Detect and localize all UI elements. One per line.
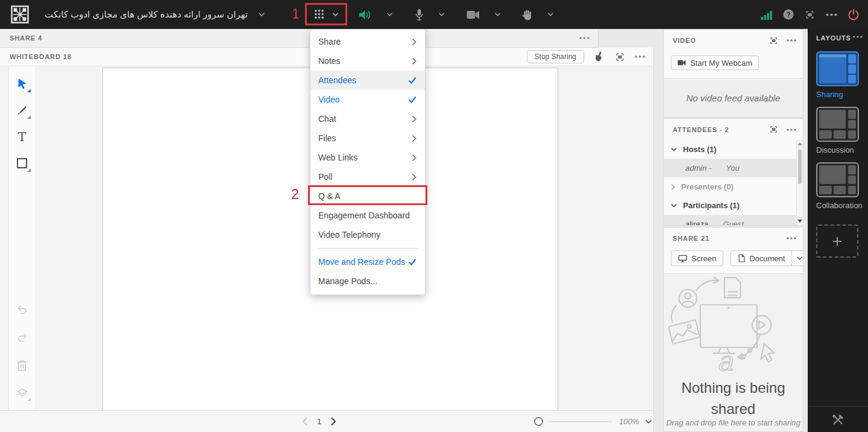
add-layout-button[interactable] [816, 224, 858, 258]
help-icon[interactable]: ? [783, 9, 794, 20]
menu-item-engagement-dashboard[interactable]: Engagement Dashboard [310, 206, 425, 225]
topbar-right-controls: ? [761, 0, 860, 29]
document-dropdown-chevron-icon[interactable] [791, 251, 804, 265]
microphone-icon[interactable] [415, 8, 424, 21]
microphone-chevron-icon[interactable] [438, 12, 445, 17]
raise-hand-chevron-icon[interactable] [547, 12, 554, 17]
manage-layouts-tools-icon[interactable] [831, 413, 844, 427]
speaker-icon[interactable] [358, 8, 372, 21]
room-menu-chevron-icon[interactable] [258, 12, 265, 17]
fullscreen-icon[interactable] [804, 9, 816, 21]
zoom-control: 100% [534, 411, 652, 432]
shape-tool-button[interactable] [14, 156, 30, 171]
menu-item-video[interactable]: Video [310, 90, 425, 109]
attendees-group-participants[interactable]: Participants (1) [664, 196, 803, 215]
screen-icon [678, 255, 687, 262]
pods-menu-button[interactable] [305, 3, 347, 25]
share21-options-icon[interactable] [787, 237, 796, 240]
end-meeting-power-icon[interactable] [848, 8, 860, 21]
zoom-chevron-icon[interactable] [645, 419, 652, 424]
share21-drop-area[interactable]: a Nothing is being shared Drag and drop … [664, 273, 803, 431]
scrollbar-thumb[interactable] [798, 149, 802, 184]
attendee-row-alireza[interactable]: alireza Guest [664, 215, 803, 226]
drag-drop-hint: Drag and drop file here to start sharing [664, 418, 803, 427]
pointer-tool-icon[interactable] [593, 51, 605, 63]
redo-button[interactable] [14, 329, 30, 345]
layout-label-discussion[interactable]: Discussion [816, 145, 854, 154]
plus-icon [832, 237, 842, 246]
zoom-slider-handle[interactable] [534, 417, 543, 426]
attendees-options-icon[interactable] [787, 129, 796, 131]
expand-chevron-icon [671, 184, 675, 190]
share21-pod-title: SHARE 21 [673, 235, 709, 242]
pods-grid-icon [314, 9, 324, 19]
menu-item-attendees[interactable]: Attendees [310, 71, 425, 90]
attendees-scrollbar[interactable] [796, 140, 803, 225]
video-fullscreen-icon[interactable] [769, 36, 779, 46]
attendees-fullscreen-icon[interactable] [769, 124, 779, 135]
arrange-layers-button[interactable] [14, 385, 30, 401]
menu-item-web-links[interactable]: Web Links [310, 148, 425, 167]
menu-item-chat[interactable]: Chat [310, 109, 425, 129]
video-pod: VIDEO [663, 29, 804, 118]
layout-thumbnail-collaboration[interactable] [816, 162, 859, 197]
attendees-pod-title: ATTENDEES - 2 [673, 126, 729, 133]
room-title: تهران سرور ارائه دهنده کلاس های مجازی اد… [45, 9, 248, 20]
select-tool-button[interactable] [14, 76, 30, 92]
pods-menu-chevron-icon [332, 12, 339, 17]
share4-pod-options-icon[interactable] [579, 37, 590, 39]
menu-item-notes[interactable]: Notes [310, 51, 425, 71]
scroll-down-arrow-icon[interactable] [797, 220, 802, 223]
menu-item-video-telephony[interactable]: Video Telephony [310, 225, 425, 244]
connection-status-icon[interactable] [761, 10, 773, 20]
video-pod-title: VIDEO [673, 37, 696, 44]
layout-label-sharing[interactable]: Sharing [816, 90, 843, 99]
share-screen-button[interactable]: Screen [671, 250, 723, 266]
next-page-icon[interactable] [330, 417, 337, 426]
start-webcam-button[interactable]: Start My Webcam [671, 56, 759, 70]
layout-thumbnail-discussion[interactable] [816, 107, 859, 142]
speaker-chevron-icon[interactable] [386, 12, 393, 17]
adobe-connect-logo-icon[interactable] [11, 5, 29, 24]
share4-pod-title: SHARE 4 [10, 34, 42, 42]
menu-item-poll[interactable]: Poll [310, 167, 425, 186]
scroll-up-arrow-icon[interactable] [797, 142, 802, 145]
video-options-icon[interactable] [787, 39, 796, 42]
sharing-illustration: a [664, 274, 782, 378]
nothing-shared-title: Nothing is being shared [672, 378, 795, 420]
attendees-group-hosts[interactable]: Hosts (1) [664, 140, 803, 159]
delete-button[interactable] [14, 357, 30, 373]
stop-sharing-button[interactable]: Stop Sharing [527, 50, 584, 63]
menu-item-share[interactable]: Share [310, 32, 425, 51]
attendee-row-admin[interactable]: admin - You [664, 159, 803, 177]
checkmark-icon [408, 77, 417, 84]
webcam-icon[interactable] [467, 10, 480, 19]
whiteboard-toolbar: T [8, 66, 35, 410]
layouts-panel: LAYOUTS Sharing Discussion [808, 29, 868, 432]
layout-label-collaboration[interactable]: Collaboration [816, 201, 863, 210]
zoom-slider-track[interactable] [549, 421, 612, 422]
text-tool-button[interactable]: T [14, 129, 30, 145]
previous-page-icon[interactable] [301, 417, 308, 426]
more-options-icon[interactable] [826, 13, 837, 16]
webcam-chevron-icon[interactable] [494, 12, 501, 17]
layout-thumbnail-sharing[interactable] [816, 51, 859, 86]
attendees-group-presenters[interactable]: Presenters (0) [664, 177, 803, 196]
pen-tool-button[interactable] [14, 103, 30, 118]
menu-item-qa[interactable]: Q & A [310, 186, 425, 206]
whiteboard-options-icon[interactable] [635, 56, 645, 58]
layouts-title: LAYOUTS [816, 34, 851, 42]
zoom-level: 100% [619, 417, 639, 426]
undo-button[interactable] [14, 302, 30, 317]
menu-item-files[interactable]: Files [310, 129, 425, 148]
submenu-chevron-icon [412, 154, 417, 162]
share-document-button[interactable]: Document [731, 250, 804, 266]
webcam-small-icon [678, 60, 686, 66]
whiteboard-fullscreen-icon[interactable] [614, 51, 626, 63]
submenu-chevron-icon [412, 115, 417, 123]
layouts-options-icon[interactable] [853, 36, 863, 38]
raise-hand-icon[interactable] [521, 8, 533, 21]
document-icon [738, 254, 745, 262]
menu-item-manage-pods[interactable]: Manage Pods... [310, 272, 425, 291]
menu-item-move-resize-pods[interactable]: Move and Resize Pods [310, 252, 425, 272]
